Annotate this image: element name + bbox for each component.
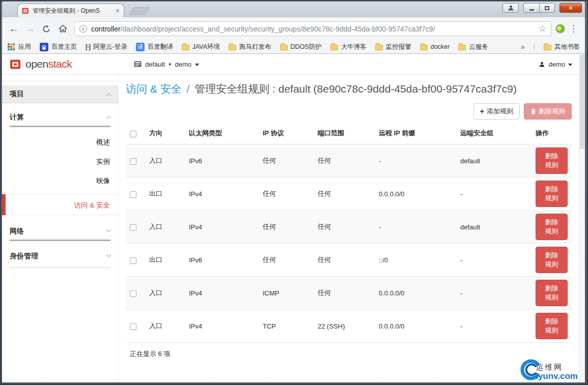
address-bar[interactable]: i controller/dashboard/project/access_an…: [74, 21, 551, 36]
folder-icon: [330, 45, 338, 50]
page-title: 访问 & 安全 / 管理安全组规则 : default (8e90c78c-9d…: [126, 82, 572, 96]
browser-menu-icon[interactable]: ⋮: [566, 23, 581, 34]
minimize-button[interactable]: [523, 3, 539, 13]
user-menu[interactable]: demo: [539, 61, 572, 68]
browser-tab[interactable]: 管理安全组规则 - OpenS ×: [17, 4, 124, 17]
maximize-button[interactable]: [539, 3, 555, 13]
home-button[interactable]: [55, 21, 70, 37]
bookmark-label: 百度主页: [51, 43, 77, 51]
cell-remote-group: default: [456, 144, 531, 177]
table-header-row: 方向 以太网类型 IP 协议 端口范围 远程 IP 前缀 远端安全组 操作: [126, 124, 572, 144]
plus-icon: +: [480, 107, 484, 116]
bookmark-label: docker: [431, 43, 450, 50]
translate-icon: 译: [136, 43, 145, 51]
reload-icon: [42, 24, 51, 34]
bookmark-label: 云服务: [469, 43, 488, 51]
select-all-checkbox[interactable]: [130, 131, 136, 137]
bookmark-aliyun[interactable]: [-]阿里云-登录: [86, 43, 127, 51]
bookmark-folder-yunfuwu[interactable]: 云服务: [458, 43, 488, 51]
row-checkbox[interactable]: [130, 257, 136, 264]
sidebar-section-network[interactable]: 网络: [2, 223, 118, 240]
sidebar-item-instances[interactable]: 实例: [2, 152, 118, 171]
delete-rule-button[interactable]: 删除规则: [536, 147, 568, 174]
delete-rule-button[interactable]: 删除规则: [536, 313, 568, 339]
delete-rule-button[interactable]: 删除规则: [536, 181, 568, 207]
title-bar[interactable]: 管理安全组规则 - OpenS × ×: [2, 2, 585, 17]
scrollbar-thumb[interactable]: [580, 55, 584, 149]
section-label: 身份管理: [10, 252, 38, 261]
bookmark-label: DDOS防护: [291, 43, 322, 51]
chevron-down-icon: [106, 252, 111, 257]
cell-port-range: 任何: [314, 177, 375, 211]
bookmark-folder-paomadeng[interactable]: 跑马灯发布: [229, 43, 271, 51]
openstack-logo[interactable]: openstack: [10, 58, 72, 70]
sidebar-item-access-security[interactable]: 访问 & 安全: [2, 194, 118, 215]
bookmark-folder-docker[interactable]: docker: [420, 43, 450, 50]
tab-close-icon[interactable]: ×: [116, 7, 120, 14]
sidebar-section-compute[interactable]: 计算: [2, 109, 118, 126]
table-row: 出口 IPv4 任何 任何 0.0.0.0/0 - 删除规则: [126, 177, 572, 211]
row-checkbox[interactable]: [130, 323, 136, 330]
delete-rules-button[interactable]: 删除规则: [524, 103, 572, 120]
row-checkbox[interactable]: [130, 158, 136, 165]
bookmark-folder-jiankong[interactable]: 监控报警: [375, 43, 411, 51]
bookmark-apps[interactable]: 应用: [7, 43, 31, 51]
bookmark-folder-daniu[interactable]: 大牛博客: [330, 43, 367, 51]
reload-button[interactable]: [39, 21, 54, 37]
close-button[interactable]: ×: [559, 3, 582, 13]
bookmark-folder-java[interactable]: JAVA环境: [182, 43, 220, 51]
url-text[interactable]: controller/dashboard/project/access_and_…: [91, 25, 535, 33]
chevron-down-icon: [106, 227, 111, 232]
bookmark-baidu-home[interactable]: 百度主页: [40, 43, 77, 51]
bookmarks-overflow-icon[interactable]: »: [521, 43, 525, 51]
bookmark-star-icon[interactable]: ☆: [539, 23, 546, 34]
cell-ethertype: IPv4: [185, 277, 259, 310]
sidebar-section-project[interactable]: 项目: [2, 85, 118, 103]
bookmark-label: 监控报警: [386, 43, 411, 51]
delete-rule-button[interactable]: 删除规则: [536, 247, 568, 273]
logo-text-open: open: [25, 58, 48, 70]
delete-rule-button[interactable]: 删除规则: [536, 214, 568, 240]
folder-icon: [458, 45, 466, 50]
page-scrollbar[interactable]: [579, 54, 585, 382]
minimize-icon: [529, 9, 534, 11]
site-watermark: 运维网 iyunv.com: [518, 358, 578, 381]
aliyun-icon: [-]: [86, 43, 90, 50]
bookmark-baidu-translate[interactable]: 译百度翻译: [136, 43, 173, 51]
page-info-icon[interactable]: i: [79, 25, 87, 33]
breadcrumb-separator: /: [187, 83, 190, 95]
folder-icon: [544, 45, 551, 50]
cell-protocol: 任何: [259, 244, 314, 277]
extension-icon[interactable]: [555, 24, 565, 34]
project-context-switcher[interactable]: default ● demo: [134, 61, 199, 68]
sidebar-item-images[interactable]: 映像: [2, 171, 118, 191]
chevron-up-icon: [106, 93, 111, 98]
delete-rule-button[interactable]: 删除规则: [536, 280, 568, 306]
add-rule-button[interactable]: + 添加规则: [473, 103, 520, 120]
sidebar-item-overview[interactable]: 概述: [2, 133, 118, 152]
cell-protocol: TCP: [259, 310, 314, 343]
bookmark-label: 其他书签: [554, 43, 580, 51]
table-row: 入口 IPv4 任何 任何 - default 删除规则: [126, 211, 572, 244]
logo-text-stack: stack: [48, 58, 72, 70]
cell-remote-prefix: 0.0.0.0/0: [375, 277, 456, 310]
folder-icon: [420, 45, 428, 50]
sidebar-section-identity[interactable]: 身份管理: [2, 248, 118, 264]
section-label: 网络: [10, 227, 24, 236]
cell-direction: 出口: [145, 244, 185, 277]
forward-button[interactable]: →: [22, 21, 38, 37]
nav-item-label: 访问 & 安全: [74, 201, 110, 209]
cell-direction: 入口: [145, 211, 185, 244]
breadcrumb-access-security-link[interactable]: 访问 & 安全: [126, 83, 182, 95]
row-checkbox[interactable]: [130, 191, 136, 198]
bookmark-folder-ddos[interactable]: DDOS防护: [280, 43, 322, 51]
other-bookmarks[interactable]: 其他书签: [544, 43, 580, 51]
row-checkbox[interactable]: [130, 224, 136, 231]
openstack-cube-icon: [10, 58, 21, 70]
back-button[interactable]: ←: [6, 21, 21, 37]
row-checkbox[interactable]: [130, 290, 136, 297]
new-tab-button[interactable]: [129, 7, 150, 15]
table-actions: + 添加规则 删除规则: [126, 103, 572, 120]
profile-button[interactable]: [502, 3, 519, 13]
watermark-site: iyunv.com: [536, 371, 578, 381]
